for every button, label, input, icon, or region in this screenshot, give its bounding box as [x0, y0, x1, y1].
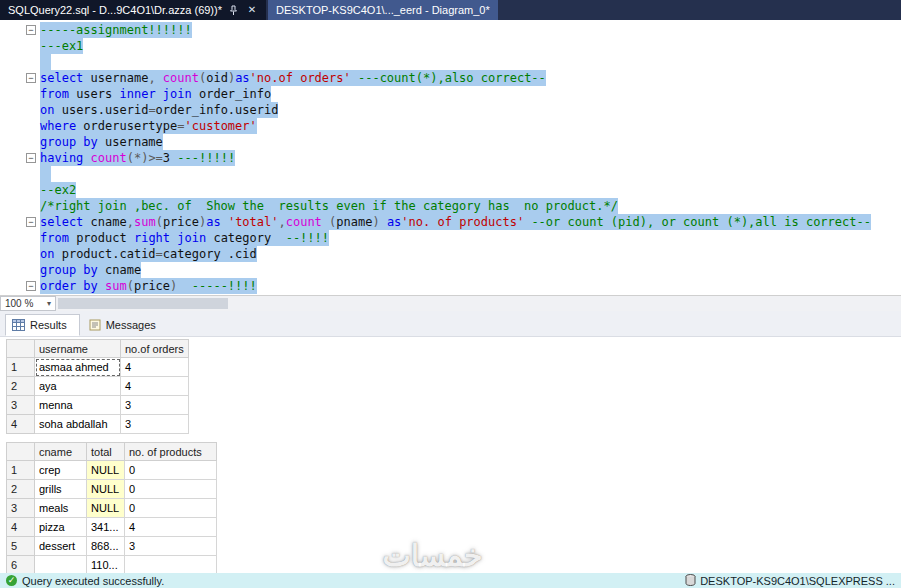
grid-cell[interactable]: 4 [121, 377, 189, 396]
grid-cell[interactable]: NULL [87, 480, 125, 499]
fold-collapse-icon[interactable]: − [26, 217, 36, 227]
fold-gutter: − [0, 214, 40, 230]
code-text: select cname,sum(price)as 'total',count … [40, 214, 871, 230]
code-text: where orderusertype='customer' [40, 118, 257, 134]
fold-gutter [0, 86, 40, 102]
table-row: 4soha abdallah3 [7, 415, 189, 434]
code-line[interactable]: group by username [0, 134, 901, 150]
code-line[interactable]: --ex2 [0, 182, 901, 198]
code-line[interactable]: −select username, count(oid)as'no.of ord… [0, 70, 901, 86]
column-header[interactable]: cname [35, 443, 87, 461]
row-header[interactable]: 1 [7, 358, 35, 377]
pin-icon[interactable] [228, 4, 240, 16]
column-header[interactable]: total [87, 443, 125, 461]
grid-cell[interactable] [35, 556, 87, 574]
grid-cell[interactable]: NULL [87, 499, 125, 518]
grid-cell[interactable]: meals [35, 499, 87, 518]
code-text: group by cname [40, 262, 141, 278]
grid-cell[interactable]: 868... [87, 537, 125, 556]
zoom-selector[interactable]: 100 % ▾ [0, 296, 56, 311]
row-header[interactable]: 2 [7, 377, 35, 396]
code-line[interactable]: −select cname,sum(price)as 'total',count… [0, 214, 901, 230]
code-text: -----assignment!!!!!! [40, 22, 192, 38]
code-line[interactable]: from product right join category --!!!! [0, 230, 901, 246]
column-header[interactable]: no. of products [125, 443, 217, 461]
row-header[interactable]: 5 [7, 537, 35, 556]
fold-gutter: − [0, 150, 40, 166]
fold-gutter [0, 54, 40, 70]
close-icon[interactable]: ✕ [246, 4, 258, 16]
grid-cell[interactable]: 0 [125, 499, 217, 518]
code-text: select username, count(oid)as'no.of orde… [40, 70, 546, 86]
table-row: 6110... [7, 556, 217, 574]
code-line[interactable]: on product.catid=category .cid [0, 246, 901, 262]
grid-cell[interactable]: 341... [87, 518, 125, 537]
tab-sqlquery[interactable]: SQLQuery22.sql - D...9C4O1\Dr.azza (69))… [0, 0, 266, 20]
code-line[interactable]: from users inner join order_info [0, 86, 901, 102]
code-line[interactable]: on users.userid=order_info.userid [0, 102, 901, 118]
chevron-down-icon: ▾ [47, 299, 51, 308]
fold-collapse-icon[interactable]: − [26, 73, 36, 83]
row-header[interactable]: 3 [7, 499, 35, 518]
row-header[interactable]: 1 [7, 461, 35, 480]
table-row: 2aya4 [7, 377, 189, 396]
column-header[interactable]: username [35, 340, 121, 358]
grid-cell[interactable]: grills [35, 480, 87, 499]
code-line[interactable]: −having count(*)>=3 ---!!!!! [0, 150, 901, 166]
fold-collapse-icon[interactable]: − [26, 153, 36, 163]
row-header[interactable]: 3 [7, 396, 35, 415]
grid-cell[interactable]: crep [35, 461, 87, 480]
code-line[interactable] [0, 54, 901, 70]
grid-cell[interactable]: aya [35, 377, 121, 396]
fold-gutter: − [0, 70, 40, 86]
row-header[interactable]: 6 [7, 556, 35, 574]
code-line[interactable]: where orderusertype='customer' [0, 118, 901, 134]
grid-cell[interactable]: dessert [35, 537, 87, 556]
tab-diagram[interactable]: DESKTOP-KS9C4O1\..._eerd - Diagram_0* [268, 0, 498, 20]
column-header[interactable]: no.of orders [121, 340, 189, 358]
code-text: from product right join category --!!!! [40, 230, 329, 246]
code-line[interactable] [0, 166, 901, 182]
results-area: usernameno.of orders1asmaa ahmed42aya43m… [0, 337, 901, 573]
grid-cell[interactable]: soha abdallah [35, 415, 121, 434]
fold-gutter [0, 230, 40, 246]
sql-editor[interactable]: −-----assignment!!!!!!---ex1−select user… [0, 20, 901, 295]
fold-collapse-icon[interactable]: − [26, 281, 36, 291]
grid-corner[interactable] [7, 340, 35, 358]
grid-cell[interactable]: menna [35, 396, 121, 415]
grid-cell[interactable]: asmaa ahmed [35, 358, 121, 377]
grid-cell[interactable]: 3 [125, 537, 217, 556]
fold-collapse-icon[interactable]: − [26, 25, 36, 35]
messages-icon [89, 319, 101, 331]
code-line[interactable]: ---ex1 [0, 38, 901, 54]
grid-cell[interactable]: 4 [125, 518, 217, 537]
grid-cell[interactable]: 0 [125, 461, 217, 480]
code-line[interactable]: −-----assignment!!!!!! [0, 22, 901, 38]
horizontal-scrollbar[interactable] [56, 296, 901, 311]
fold-gutter [0, 38, 40, 54]
grid-cell[interactable]: 4 [121, 358, 189, 377]
grid-cell[interactable]: pizza [35, 518, 87, 537]
grid-cell[interactable]: 3 [121, 396, 189, 415]
row-header[interactable]: 4 [7, 415, 35, 434]
table-row: 3menna3 [7, 396, 189, 415]
code-lines: −-----assignment!!!!!!---ex1−select user… [0, 22, 901, 294]
row-header[interactable]: 4 [7, 518, 35, 537]
grid-cell[interactable]: 3 [121, 415, 189, 434]
grid-cell[interactable]: NULL [87, 461, 125, 480]
grid-cell[interactable] [125, 556, 217, 574]
server-icon [685, 574, 696, 588]
grid-corner[interactable] [7, 443, 35, 461]
row-header[interactable]: 2 [7, 480, 35, 499]
editor-bottom-bar: 100 % ▾ [0, 295, 901, 311]
status-bar: ✓ Query executed successfully. DESKTOP-K… [0, 573, 901, 588]
tab-messages[interactable]: Messages [83, 314, 168, 336]
fold-gutter [0, 102, 40, 118]
grid-cell[interactable]: 110... [87, 556, 125, 574]
code-line[interactable]: /*right join ,bec. of Show the results e… [0, 198, 901, 214]
scrollbar-thumb[interactable] [58, 298, 228, 309]
code-line[interactable]: −order by sum(price) -----!!!! [0, 278, 901, 294]
tab-results[interactable]: Results [5, 314, 80, 336]
code-line[interactable]: group by cname [0, 262, 901, 278]
grid-cell[interactable]: 0 [125, 480, 217, 499]
